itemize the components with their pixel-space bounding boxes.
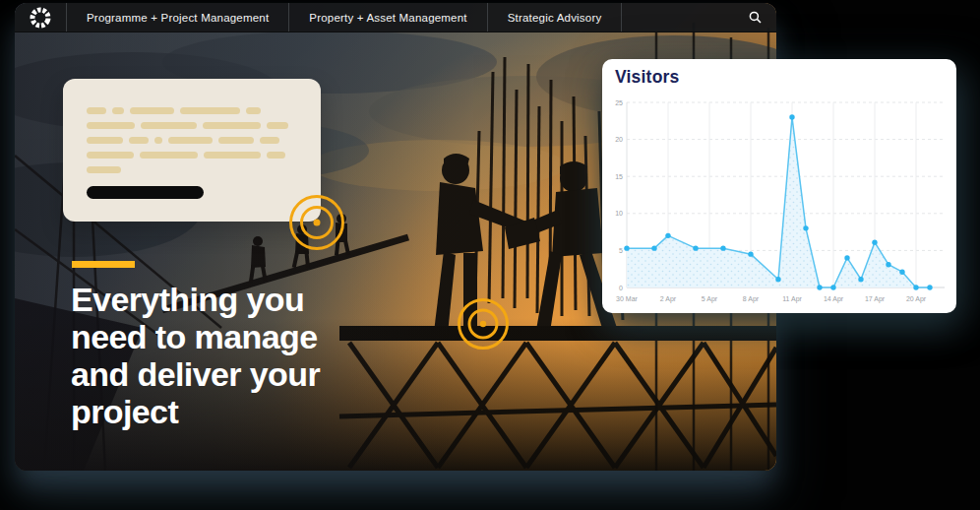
search-button[interactable] — [733, 3, 776, 32]
svg-text:20 Apr: 20 Apr — [906, 295, 927, 303]
svg-text:8 Apr: 8 Apr — [743, 295, 760, 303]
svg-text:2 Apr: 2 Apr — [660, 295, 677, 303]
skeleton-text-row — [87, 166, 321, 173]
visitors-line-chart: 051015202530 Mar2 Apr5 Apr8 Apr11 Apr14 … — [602, 59, 956, 313]
content-placeholder-card — [63, 79, 321, 222]
nav-item-strategic-advisory[interactable]: Strategic Advisory — [488, 3, 623, 32]
nav-item-property-asset-management[interactable]: Property + Asset Management — [289, 3, 487, 32]
brand-logo[interactable] — [15, 3, 67, 32]
svg-text:14 Apr: 14 Apr — [824, 295, 844, 303]
svg-text:0: 0 — [619, 285, 623, 291]
svg-text:20: 20 — [615, 136, 623, 143]
skeleton-text-lines — [87, 107, 321, 173]
main-nav: Programme + Project Management Property … — [15, 3, 776, 32]
placeholder-cta-button[interactable] — [87, 186, 204, 199]
target-ring-icon — [287, 193, 346, 252]
svg-text:5 Apr: 5 Apr — [702, 295, 718, 303]
aperture-swirl-logo-icon — [29, 6, 52, 30]
nav-item-programme-project-management[interactable]: Programme + Project Management — [67, 3, 289, 32]
visitors-chart-card: Visitors 051015202530 Mar2 Apr5 Apr8 Apr… — [602, 59, 956, 313]
svg-text:5: 5 — [619, 247, 623, 254]
skeleton-text-row — [87, 137, 321, 144]
svg-text:11 Apr: 11 Apr — [782, 295, 802, 303]
svg-text:15: 15 — [615, 173, 623, 180]
search-icon — [749, 11, 762, 24]
svg-text:17 Apr: 17 Apr — [865, 295, 886, 303]
svg-text:30 Mar: 30 Mar — [616, 295, 638, 302]
skeleton-text-row — [87, 107, 321, 114]
svg-text:25: 25 — [615, 99, 623, 106]
skeleton-text-row — [87, 122, 321, 129]
nav-spacer — [622, 3, 733, 32]
hero-heading: Everything you need to manage and delive… — [71, 281, 320, 430]
target-ring-icon — [456, 296, 511, 351]
accent-bar — [72, 261, 135, 268]
skeleton-text-row — [87, 152, 321, 159]
svg-text:10: 10 — [615, 210, 623, 217]
page-background: Programme + Project Management Property … — [0, 0, 980, 510]
